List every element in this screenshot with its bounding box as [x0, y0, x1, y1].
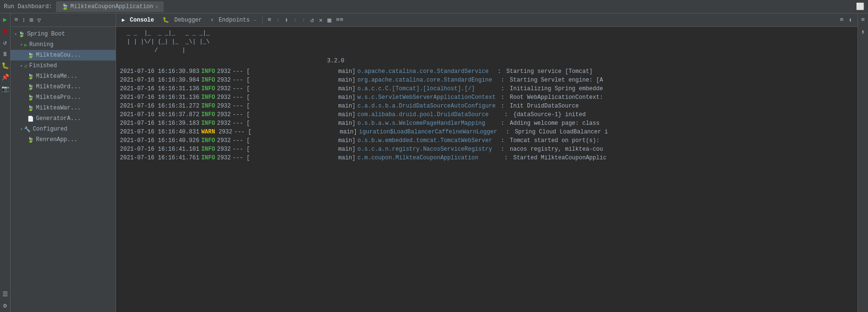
right-icons: ≡ ⬆: [838, 15, 856, 25]
app-tab-label: MilkteaCouponApplication: [70, 3, 153, 10]
expand-right-icon[interactable]: ⬆: [847, 15, 854, 25]
pause-icon[interactable]: ⏸: [1, 50, 10, 59]
spring-icon: 🍃: [27, 105, 34, 111]
grid-icon[interactable]: ▦: [326, 15, 333, 25]
sidebar-item-label: MilkteaPro...: [36, 94, 81, 101]
refresh-icon: ↺: [24, 63, 27, 69]
log-row: 2021-07-16 16:16:41.101 INFO 2932 --- [ …: [116, 145, 857, 154]
far-right-menu-icon[interactable]: ≡: [859, 15, 868, 24]
console-tab-label: Console: [130, 17, 154, 24]
title-bar: Run Dashboard: 🍃 MilkteaCouponApplicatio…: [0, 0, 868, 13]
console-content[interactable]: _ _ |_ _ _|_ _ _ _|_ | | |\/| (_| |_ _\|…: [116, 27, 857, 312]
rerun-icon[interactable]: ↺: [1, 38, 10, 47]
debug-icon[interactable]: 🐛: [1, 61, 10, 70]
console-toolbar: ▶ Console 🐛 Debugger ⚡ Endpoints → ≡ ⬆ ⬇…: [116, 13, 857, 27]
far-right-toolbar: ≡ ⬆: [857, 13, 868, 312]
plain-icon: 📄: [27, 116, 34, 122]
format-icon[interactable]: ≡≡: [335, 15, 345, 24]
version-line: 3.2.0: [116, 57, 857, 65]
arrow-icon: ▾: [20, 42, 23, 48]
sidebar-group-icon[interactable]: ⊞: [29, 15, 35, 25]
sidebar-filter-icon[interactable]: ▽: [36, 15, 42, 25]
list-icon[interactable]: ☰: [1, 290, 10, 299]
log-row: 2021-07-16 16:16:31.272 INFO 2932 --- [ …: [116, 102, 857, 110]
log-row: 2021-07-16 16:16:40.831 WARN 2932 --- [ …: [116, 128, 857, 136]
wrench-icon: 🔧: [24, 126, 31, 132]
log-row: 2021-07-16 16:16:37.872 INFO 2932 --- [ …: [116, 110, 857, 119]
spring-icon: 🍃: [27, 95, 34, 101]
sidebar-item-renren-app[interactable]: 🍃 RenrenApp...: [11, 134, 116, 145]
sidebar-item-milktea-menu[interactable]: 🍃 MilkteaMe...: [11, 71, 116, 82]
run-icon[interactable]: ▶: [1, 15, 10, 24]
app-tab[interactable]: 🍃 MilkteaCouponApplication ✕: [56, 1, 164, 12]
camera-icon[interactable]: 📷: [1, 84, 10, 93]
log-row: 2021-07-16 16:16:31.136 INFO 2932 --- [ …: [116, 84, 857, 93]
pin-icon[interactable]: 📌: [1, 73, 10, 82]
ascii-art-line2: | | |\/| (_| |_ _\| |_\: [116, 37, 857, 46]
sidebar-item-configured[interactable]: ▾ 🔧 Configured: [11, 124, 116, 134]
sidebar-item-milktea-coupon[interactable]: 🍃 MilkteaCou...: [11, 50, 116, 60]
sidebar: ≡ ↕ ⊞ ▽ ▾ 🍃 Spring Boot ▾ ▶ Running 🍃: [11, 13, 116, 312]
sidebar-item-spring-boot[interactable]: ▾ 🍃 Spring Boot: [11, 29, 116, 39]
endpoints-tab-label: Endpoints: [219, 17, 250, 24]
sidebar-item-label: Configured: [33, 126, 67, 132]
left-toolbar: ▶ ■ ↺ ⏸ 🐛 📌 📷 ☰ ⚙: [0, 13, 11, 312]
spring-icon: 🍃: [18, 31, 25, 37]
scroll-up2-icon[interactable]: ⬆: [300, 15, 307, 25]
sidebar-item-running[interactable]: ▾ ▶ Running: [11, 39, 116, 50]
arrow-icon: ▾: [20, 127, 23, 132]
spring-icon: 🍃: [27, 73, 34, 80]
tab-debugger[interactable]: 🐛 Debugger: [159, 16, 206, 24]
sidebar-item-label: MilkteaMe...: [36, 73, 77, 80]
sidebar-item-label: Spring Boot: [27, 31, 65, 37]
sidebar-item-label: Running: [29, 41, 53, 48]
log-row: 2021-07-16 16:16:30.984 INFO 2932 --- [ …: [116, 76, 857, 84]
toolbar-sep-1: [262, 16, 263, 24]
sidebar-item-milktea-war[interactable]: 🍃 MilkteaWar...: [11, 103, 116, 113]
arrow-icon: ▾: [14, 32, 17, 37]
spring-icon: 🍃: [27, 84, 34, 90]
run-dashboard-label: Run Dashboard:: [4, 3, 52, 10]
sidebar-item-label: Finished: [29, 62, 57, 69]
app-tab-icon: 🍃: [61, 3, 69, 11]
tab-console[interactable]: ▶ Console: [118, 16, 158, 24]
stop-icon[interactable]: ■: [1, 27, 10, 36]
scroll-down2-icon[interactable]: ⬇: [292, 15, 298, 25]
sidebar-item-label: MilkteaCou...: [36, 52, 81, 59]
tab-close-icon[interactable]: ✕: [155, 4, 158, 10]
scroll-up-icon[interactable]: ⬆: [275, 15, 282, 25]
sidebar-toolbar: ≡ ↕ ⊞ ▽: [11, 13, 116, 27]
ascii-art-line1: _ _ |_ _ _|_ _ _ _|_: [116, 29, 857, 37]
sidebar-item-generator-a[interactable]: 📄 GeneratorA...: [11, 113, 116, 124]
debugger-tab-icon: 🐛: [163, 17, 169, 23]
log-level-warn: WARN: [201, 128, 215, 136]
ascii-art-line3: / |: [116, 46, 857, 55]
tab-endpoints[interactable]: ⚡ Endpoints →: [207, 16, 260, 24]
sidebar-item-label: MilkteaOrd...: [36, 84, 81, 90]
sidebar-item-milktea-order[interactable]: 🍃 MilkteaOrd...: [11, 82, 116, 92]
log-row: 2021-07-16 16:16:30.983 INFO 2932 --- [ …: [116, 67, 857, 76]
spring-icon: 🍃: [27, 52, 34, 59]
wrap-icon[interactable]: ≡: [266, 15, 273, 24]
settings-right-icon[interactable]: ≡: [838, 15, 845, 25]
spring-icon: 🍃: [27, 137, 34, 143]
sidebar-item-milktea-pro[interactable]: 🍃 MilkteaPro...: [11, 92, 116, 103]
console-tab-icon: ▶: [122, 17, 125, 23]
sidebar-collapse-icon[interactable]: ↕: [21, 15, 27, 24]
sidebar-item-label: RenrenApp...: [36, 136, 77, 143]
log-row: 2021-07-16 16:16:40.926 INFO 2932 --- [ …: [116, 136, 857, 145]
settings-icon[interactable]: ⚙: [1, 301, 10, 310]
restore-icon[interactable]: ⬜: [856, 2, 864, 11]
debugger-tab-label: Debugger: [174, 17, 202, 24]
sidebar-menu-icon[interactable]: ≡: [13, 15, 19, 24]
arrow-icon: ▾: [20, 63, 23, 69]
reload-icon[interactable]: ↺: [309, 15, 316, 25]
scroll-down-icon[interactable]: ⬇: [283, 15, 290, 25]
right-panel: ▶ Console 🐛 Debugger ⚡ Endpoints → ≡ ⬆ ⬇…: [116, 13, 857, 312]
far-right-expand-icon[interactable]: ⬆: [859, 28, 868, 36]
console-toolbar-icons: ≡ ⬆ ⬇ ⬇ ⬆ ↺ ✕ ▦ ≡≡: [266, 15, 345, 25]
log-row: 2021-07-16 16:16:39.183 INFO 2932 --- [ …: [116, 119, 857, 128]
clear-icon[interactable]: ✕: [317, 15, 324, 25]
endpoints-arrow-icon: →: [253, 18, 256, 23]
sidebar-item-finished[interactable]: ▾ ↺ Finished: [11, 60, 116, 71]
